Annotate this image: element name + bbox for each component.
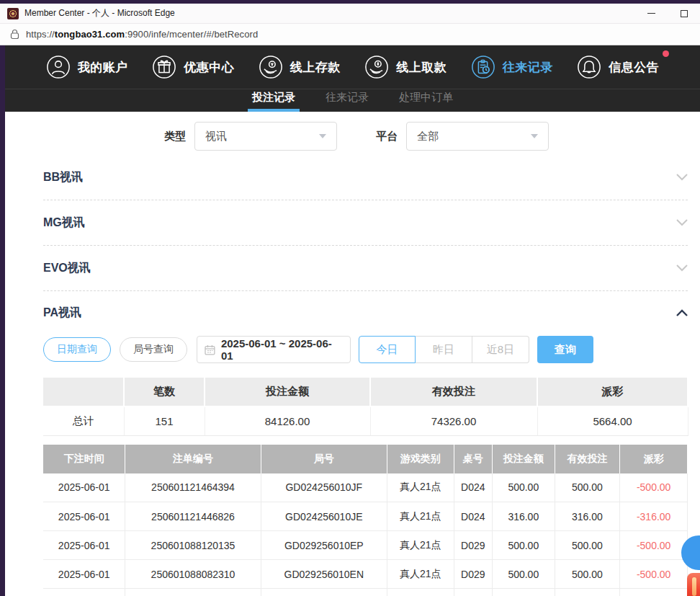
- query-bar: 日期查询 局号查询 2025-06-01 ~ 2025-06-01 今日 昨日 …: [43, 336, 688, 363]
- table-row: 2025-06-01 250601121464394 GD024256010JF…: [43, 473, 688, 502]
- summary-total-row: 总计 151 84126.00 74326.00 5664.00: [43, 406, 688, 435]
- user-icon: [46, 55, 71, 79]
- tab-transaction-record[interactable]: 往来记录: [323, 89, 372, 112]
- minimize-icon: [647, 13, 655, 14]
- active-tab-underline: [248, 109, 300, 112]
- records-icon: [471, 55, 495, 79]
- content-area: 类型 视讯 平台 全部 BB视讯 MG视讯 EVO视讯 PA视讯: [5, 122, 700, 596]
- nav-item-deposit[interactable]: 线上存款: [259, 55, 341, 79]
- window-title: Member Center - 个人 - Microsoft Edge: [24, 7, 635, 19]
- deposit-icon: [259, 55, 283, 79]
- nav-item-announcements[interactable]: 信息公告: [577, 55, 659, 79]
- date-range-input[interactable]: 2025-06-01 ~ 2025-06-01: [197, 336, 351, 363]
- type-filter-label: 类型: [164, 130, 186, 143]
- section-evo-video[interactable]: EVO视讯: [43, 246, 688, 291]
- nav-item-records[interactable]: 往来记录: [471, 55, 553, 79]
- maximize-button[interactable]: [668, 4, 700, 23]
- chevron-down-icon: [676, 174, 688, 181]
- platform-filter-label: 平台: [376, 130, 398, 143]
- search-button[interactable]: 查询: [537, 336, 593, 363]
- tab-bet-record[interactable]: 投注记录: [249, 89, 298, 112]
- date-query-button[interactable]: 日期查询: [43, 337, 111, 362]
- chevron-down-icon: [676, 219, 688, 226]
- promo-float-button[interactable]: [687, 573, 700, 596]
- yesterday-button[interactable]: 昨日: [416, 336, 472, 363]
- type-select[interactable]: 视讯: [194, 122, 337, 151]
- page-left-border: [0, 45, 5, 596]
- minimize-button[interactable]: [635, 4, 668, 23]
- notification-badge: [663, 50, 669, 57]
- tab-pending-orders[interactable]: 处理中订单: [396, 89, 456, 112]
- chevron-up-icon: [676, 309, 688, 316]
- bet-table-header-row: 下注时间 注单编号 局号 游戏类别 桌号 投注金额 有效投注 派彩: [43, 445, 688, 473]
- section-mg-video[interactable]: MG视讯: [43, 200, 688, 246]
- chevron-down-icon: [531, 134, 538, 138]
- site-favicon: [7, 8, 19, 19]
- last-8-days-button[interactable]: 近8日: [472, 336, 529, 363]
- summary-header-row: 笔数 投注金额 有效投注 派彩: [43, 378, 688, 406]
- address-bar[interactable]: https://tongbao31.com:9900/infe/mcenter/…: [0, 24, 700, 45]
- section-pa-video[interactable]: PA视讯: [43, 291, 688, 327]
- nav-item-my-account[interactable]: 我的账户: [46, 55, 128, 79]
- withdraw-icon: [364, 55, 389, 79]
- calendar-icon: [205, 344, 215, 355]
- table-row: 2025-06-01 250601088120135 GD029256010EP…: [43, 531, 688, 560]
- nav-item-promotions[interactable]: 优惠中心: [152, 55, 234, 79]
- chevron-down-icon: [319, 134, 326, 138]
- bet-records-table: 下注时间 注单编号 局号 游戏类别 桌号 投注金额 有效投注 派彩 2025-0…: [43, 445, 688, 596]
- table-row: 2025-06-01 250601121446826 GD024256010JE…: [43, 502, 688, 531]
- sub-nav: 投注记录 往来记录 处理中订单: [5, 89, 700, 112]
- summary-table: 笔数 投注金额 有效投注 派彩 总计 151 84126.00 74326.00…: [43, 378, 688, 436]
- maximize-icon: [681, 10, 688, 17]
- round-query-button[interactable]: 局号查询: [120, 337, 187, 362]
- table-row: 2025-06-01 250601088082310 GD029256010EN…: [43, 560, 688, 589]
- bell-icon: [577, 55, 601, 79]
- platform-select[interactable]: 全部: [406, 122, 549, 151]
- chevron-down-icon: [676, 264, 688, 272]
- url-text: https://tongbao31.com:9900/infe/mcenter/…: [26, 29, 258, 40]
- filter-row: 类型 视讯 平台 全部: [164, 122, 688, 151]
- lock-icon: [10, 29, 19, 40]
- quick-date-group: 今日 昨日 近8日: [359, 336, 529, 363]
- gift-icon: [152, 55, 176, 79]
- site-header: 我的账户 优惠中心 线上存款 线上取款: [5, 45, 700, 112]
- main-nav: 我的账户 优惠中心 线上存款 线上取款: [5, 45, 700, 89]
- section-bb-video[interactable]: BB视讯: [43, 155, 688, 200]
- table-row-partial: [43, 589, 688, 596]
- today-button[interactable]: 今日: [359, 336, 416, 363]
- window-titlebar: Member Center - 个人 - Microsoft Edge: [0, 4, 700, 24]
- nav-item-withdraw[interactable]: 线上取款: [364, 55, 447, 79]
